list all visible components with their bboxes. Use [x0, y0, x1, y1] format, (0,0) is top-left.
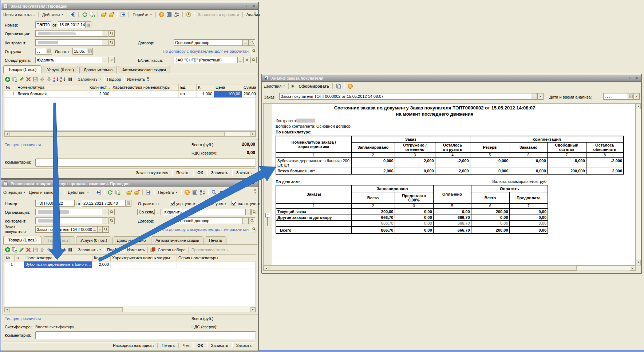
- w1-debt-link[interactable]: По договору с покупателем долг не рассчи…: [163, 49, 249, 53]
- w1-org-search-button[interactable]: [108, 30, 115, 37]
- w1-row-num[interactable]: 1: [4, 91, 16, 98]
- w2-cb3-label[interactable]: налог. учете: [238, 201, 260, 206]
- coins-out-icon[interactable]: [108, 12, 114, 17]
- w2-tab-print[interactable]: Печать: [205, 236, 226, 244]
- w1-toolbar-overflow[interactable]: »▼: [254, 11, 256, 17]
- w1-save-button[interactable]: Записать: [208, 170, 232, 176]
- find-icon[interactable]: [211, 189, 217, 195]
- w2-edit-button[interactable]: Изменить: [126, 247, 146, 252]
- w3-close-button[interactable]: ×: [636, 76, 638, 80]
- w2-debt-search-button[interactable]: [251, 226, 257, 232]
- w2-warehouse-select-button[interactable]: ...: [245, 209, 251, 215]
- w1-fill-menu[interactable]: Заполнить: [77, 77, 102, 82]
- w1-shipment-field[interactable]: . .: [35, 48, 46, 55]
- structure-icon[interactable]: [174, 12, 180, 17]
- w2-org-select-button[interactable]: ...: [102, 209, 108, 215]
- w2-check-button[interactable]: Чек: [179, 343, 193, 348]
- w2-col-characteristic[interactable]: Характеристика номенклатуры: [111, 255, 177, 261]
- w1-col-nomenclature[interactable]: Номенклатура: [16, 84, 88, 91]
- w2-org-search-button[interactable]: [108, 209, 115, 215]
- list-icon[interactable]: [192, 189, 198, 195]
- w2-tab-discounts[interactable]: Автоматические скидки: [151, 236, 204, 244]
- w2-files-button[interactable]: Файлы: [219, 190, 233, 195]
- edit-row-icon[interactable]: [19, 247, 24, 253]
- w2-contragent-field[interactable]: [35, 217, 102, 224]
- w3-hscrollbar[interactable]: ◄ ►: [263, 265, 636, 271]
- w2-row-name-selected-cell[interactable]: Зубочистки деревянные в баночк...: [24, 261, 92, 268]
- help-icon[interactable]: [159, 12, 165, 17]
- w1-minimize-button[interactable]: _: [241, 4, 243, 8]
- w2-save-button[interactable]: Записать: [208, 343, 232, 348]
- coins-in-icon[interactable]: [101, 12, 107, 17]
- w1-contract-select-button[interactable]: ...: [242, 39, 249, 46]
- w3-datetime-field[interactable]: . . : :: [603, 93, 628, 100]
- w2-number-field[interactable]: ТЭПТ0000022: [35, 200, 75, 207]
- w2-goto-menu[interactable]: Перейти: [157, 190, 178, 195]
- w1-org-field[interactable]: [35, 30, 102, 37]
- w2-cb1-label[interactable]: упр. учете: [176, 201, 195, 206]
- w1-order-button[interactable]: Заказ покупателя: [132, 170, 172, 176]
- w2-contract-field[interactable]: Основной договор: [174, 217, 243, 224]
- w1-contragent-field[interactable]: [35, 39, 102, 46]
- w1-account-clear-button[interactable]: ×: [244, 57, 250, 63]
- w1-grid-toolbar-overflow[interactable]: »▼: [147, 76, 149, 82]
- w1-date-field[interactable]: 15.05.2012 14: [58, 21, 86, 28]
- sort-desc-icon[interactable]: [60, 247, 66, 253]
- w1-analysis-button[interactable]: Анализ: [246, 12, 261, 17]
- w2-from-warehouse-label[interactable]: Со склада: [137, 209, 155, 215]
- w1-payment-field[interactable]: 15.05.: [72, 48, 87, 55]
- w1-tab-goods[interactable]: Товары (1 поз.): [3, 65, 42, 73]
- w3-titlebar[interactable]: Анализ заказа покупателя _□×: [262, 75, 641, 82]
- copy-add-icon[interactable]: [115, 189, 120, 195]
- w1-date-calendar-button[interactable]: [85, 21, 91, 28]
- w2-checkbox-nalog[interactable]: [232, 201, 236, 205]
- w2-set-button[interactable]: Состав набора: [157, 247, 186, 252]
- w3-generate-button[interactable]: Сформировать: [298, 84, 330, 89]
- w1-price-type-link[interactable]: Тип цен: розничная: [5, 143, 41, 147]
- w2-order-clear-button[interactable]: ×: [97, 226, 103, 233]
- w2-warehouse-search-button[interactable]: [251, 209, 257, 215]
- w2-col-icon[interactable]: [15, 255, 24, 261]
- w1-pick-button[interactable]: Подбор: [106, 77, 122, 82]
- w2-row-icon-cell[interactable]: [15, 261, 24, 268]
- w1-col-sum[interactable]: Сумма: [242, 84, 256, 91]
- w2-pick-button[interactable]: Подбор: [106, 247, 122, 252]
- w2-org-field[interactable]: [35, 209, 102, 215]
- sort-asc-icon[interactable]: [53, 247, 59, 253]
- w1-account-field[interactable]: ЗАО "СНГБ" (Расчетный): [174, 57, 238, 63]
- w1-col-unit[interactable]: Ед.: [179, 84, 197, 91]
- w1-debt-search-button[interactable]: [251, 48, 257, 54]
- w2-col-series[interactable]: Серия номенклатуры: [177, 255, 256, 261]
- sort-asc-icon[interactable]: [53, 76, 59, 82]
- w2-tab-goods[interactable]: Товары (1 поз.): [3, 236, 42, 244]
- w2-toolbar-overflow[interactable]: »▼: [254, 189, 256, 195]
- w2-contract-search-button[interactable]: [249, 217, 255, 224]
- copy-row-icon[interactable]: [12, 76, 17, 82]
- w1-contract-field[interactable]: Основной договор: [174, 39, 243, 46]
- edit-row-icon[interactable]: [19, 76, 24, 82]
- w2-row-series[interactable]: [177, 261, 256, 268]
- w1-tab-services[interactable]: Услуги (0 поз.): [43, 66, 78, 73]
- add-row-icon[interactable]: [5, 247, 11, 253]
- w2-tab-services[interactable]: Услуги (0 поз.): [76, 236, 111, 244]
- copy-table-icon[interactable]: [336, 83, 341, 89]
- w2-ok-button[interactable]: ОК: [194, 343, 206, 348]
- w3-order-clear-button[interactable]: ×: [537, 93, 544, 100]
- coins-out-icon[interactable]: [134, 189, 140, 195]
- w3-order-field[interactable]: Заказ покупателя ТЭПТ0000002 от 15.05.20…: [279, 93, 531, 100]
- delete-row-icon[interactable]: [25, 247, 31, 253]
- w1-warehouse-clear-button[interactable]: ×: [108, 57, 115, 63]
- structure-icon[interactable]: [199, 189, 205, 195]
- w3-minimize-button[interactable]: _: [624, 76, 626, 80]
- w2-invoice-link[interactable]: Ввести счет-фактуру: [35, 325, 74, 329]
- w3-order-select-button[interactable]: ...: [531, 93, 537, 100]
- w1-payment-calendar-button[interactable]: [87, 48, 93, 55]
- w1-col-k[interactable]: К.: [197, 84, 214, 91]
- move-down-icon[interactable]: [46, 76, 52, 82]
- w1-number-field[interactable]: ТЭПТ0: [35, 21, 51, 28]
- w1-row-unit[interactable]: шт: [179, 91, 197, 98]
- w2-trace-button[interactable]: Прослеживаемость: [191, 247, 228, 252]
- w1-col-num[interactable]: №: [4, 84, 16, 91]
- w2-close-button2[interactable]: Закрыть: [233, 343, 255, 348]
- coins-in-icon[interactable]: [126, 189, 132, 195]
